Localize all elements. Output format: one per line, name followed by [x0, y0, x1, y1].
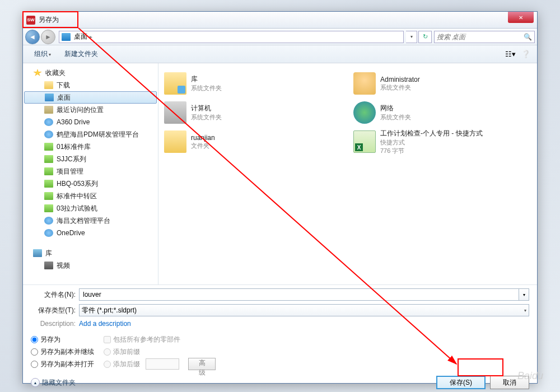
app-icon: SW — [26, 16, 35, 25]
close-button[interactable]: ✕ — [508, 12, 534, 23]
file-item-ruanjian[interactable]: ruanjian文件夹 — [163, 128, 343, 155]
navigation-bar: ◄ ► 桌面 ▸ ▾ ↻ 🔍 — [23, 29, 537, 45]
add-description-link[interactable]: Add a description — [79, 320, 131, 328]
excel-icon — [353, 130, 376, 153]
form-area: 文件名(N): ▾ 保存类型(T): 零件 (*.prt;*.sldprt) ▾… — [23, 284, 537, 332]
sidebar-item-desktop[interactable]: 桌面 — [24, 91, 157, 104]
network-icon — [353, 101, 376, 124]
checkbox-include-refs[interactable]: 包括所有参考的零部件 — [104, 334, 216, 344]
sidebar-item-std01[interactable]: 01标准件库 — [23, 141, 158, 153]
sidebar-item-transfer[interactable]: 标准件中转区 — [23, 190, 158, 202]
sidebar-item-recent[interactable]: 最近访问的位置 — [23, 104, 158, 116]
view-options-button[interactable]: ☷▾ — [503, 48, 517, 60]
main-area: 收藏夹 下载 桌面 最近访问的位置 A360 Drive 鹤壁海昌PDM研发管理… — [23, 63, 537, 284]
file-item-network[interactable]: 网络系统文件夹 — [352, 99, 533, 126]
filename-dropdown[interactable]: ▾ — [519, 288, 529, 301]
desktop-icon — [62, 33, 71, 41]
save-button[interactable]: 保存(S) — [436, 376, 486, 389]
window-controls: ✕ — [508, 12, 537, 23]
filetype-label: 保存类型(T): — [31, 306, 79, 315]
video-icon — [44, 262, 53, 269]
file-item-libraries[interactable]: 库系统文件夹 — [163, 70, 343, 97]
folder-icon — [44, 143, 53, 151]
collapse-icon: ▴ — [31, 378, 40, 387]
toolbar: 组织 新建文件夹 ☷▾ ❔ — [23, 45, 537, 63]
filetype-select[interactable]: 零件 (*.prt;*.sldprt) ▾ — [79, 304, 529, 316]
computer-icon — [164, 101, 186, 124]
cloud-icon — [44, 118, 53, 126]
search-icon: 🔍 — [524, 33, 532, 41]
sidebar-item-docmgmt[interactable]: 海昌文档管理平台 — [23, 214, 158, 227]
sidebar-item-tensile[interactable]: 03拉力试验机 — [23, 202, 158, 214]
hide-folders-toggle[interactable]: ▴ 隐藏文件夹 — [31, 378, 76, 388]
forward-button[interactable]: ► — [41, 30, 55, 44]
radio-saveas[interactable]: 另存为 — [31, 334, 104, 344]
radio-add-prefix[interactable]: 添加前缀 — [104, 347, 216, 357]
radio-saveas-copy-continue[interactable]: 另存为副本并继续 — [31, 347, 104, 357]
footer: ▴ 隐藏文件夹 保存(S) 取消 — [23, 374, 537, 392]
sidebar-item-onedrive[interactable]: OneDrive — [23, 227, 158, 239]
file-item-workplan[interactable]: 工作计划检查-个人专用 - 快捷方式快捷方式776 字节 — [352, 128, 533, 155]
help-button[interactable]: ❔ — [519, 48, 533, 60]
filename-input[interactable] — [79, 288, 519, 301]
file-item-computer[interactable]: 计算机系统文件夹 — [163, 99, 343, 126]
sidebar: 收藏夹 下载 桌面 最近访问的位置 A360 Drive 鹤壁海昌PDM研发管理… — [23, 63, 158, 284]
folder-icon — [44, 204, 53, 212]
folder-icon — [44, 167, 53, 175]
chevron-right-icon: ▸ — [90, 34, 92, 40]
folder-icon — [44, 192, 53, 200]
window-title: 另存为 — [39, 15, 59, 25]
filename-label: 文件名(N): — [31, 290, 79, 300]
library-icon — [164, 72, 186, 95]
options-area: 另存为 另存为副本并继续 另存为副本并打开 包括所有参考的零部件 添加前缀 添加… — [23, 332, 537, 374]
description-label: Description: — [31, 320, 79, 328]
radio-add-suffix[interactable]: 添加后缀 — [104, 359, 140, 369]
breadcrumb[interactable]: 桌面 ▸ — [59, 31, 404, 43]
sidebar-item-video[interactable]: 视频 — [23, 259, 158, 272]
search-input[interactable] — [437, 33, 524, 41]
folder-icon — [164, 130, 186, 153]
sidebar-libraries[interactable]: 库 — [23, 247, 158, 259]
titlebar: SW 另存为 ✕ — [23, 12, 537, 29]
user-icon — [353, 72, 376, 95]
folder-icon — [44, 81, 53, 89]
refresh-button[interactable]: ↻ — [418, 31, 432, 43]
sidebar-favorites[interactable]: 收藏夹 — [23, 67, 158, 79]
recent-icon — [44, 106, 53, 114]
sidebar-item-pdm[interactable]: 鹤壁海昌PDM研发管理平台 — [23, 128, 158, 141]
sidebar-item-a360[interactable]: A360 Drive — [23, 116, 158, 128]
cloud-icon — [44, 217, 53, 225]
sidebar-item-project[interactable]: 项目管理 — [23, 165, 158, 178]
file-list[interactable]: 库系统文件夹 Administrator系统文件夹 计算机系统文件夹 网络系统文… — [158, 63, 537, 284]
sidebar-item-downloads[interactable]: 下载 — [23, 79, 158, 91]
cloud-icon — [44, 130, 53, 138]
chevron-down-icon: ▾ — [524, 308, 526, 313]
desktop-icon — [45, 94, 54, 101]
advanced-button[interactable]: 高级 — [188, 358, 216, 370]
new-folder-button[interactable]: 新建文件夹 — [58, 47, 105, 61]
file-item-administrator[interactable]: Administrator系统文件夹 — [352, 70, 533, 97]
sidebar-item-hbq053[interactable]: HBQ-053系列 — [23, 178, 158, 190]
star-icon — [33, 69, 42, 77]
cancel-button[interactable]: 取消 — [490, 376, 529, 389]
search-box[interactable]: 🔍 — [434, 31, 535, 43]
cloud-icon — [44, 229, 53, 237]
breadcrumb-location: 桌面 — [74, 32, 87, 41]
sidebar-item-sjjc[interactable]: SJJC系列 — [23, 153, 158, 165]
library-icon — [33, 249, 42, 257]
history-dropdown[interactable]: ▾ — [406, 31, 417, 43]
radio-saveas-copy-open[interactable]: 另存为副本并打开 — [31, 359, 104, 369]
save-as-dialog: SW 另存为 ✕ ◄ ► 桌面 ▸ ▾ ↻ 🔍 组织 新建文件夹 ☷▾ ❔ 收藏 — [22, 11, 538, 384]
folder-icon — [44, 180, 53, 188]
back-button[interactable]: ◄ — [25, 30, 40, 44]
folder-icon — [44, 155, 53, 163]
suffix-input — [146, 358, 179, 370]
organize-button[interactable]: 组织 — [27, 47, 58, 61]
